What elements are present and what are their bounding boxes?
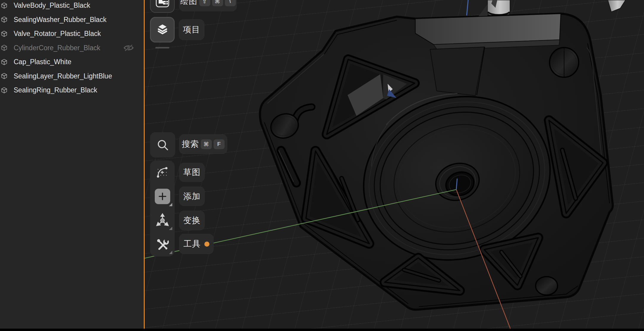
part-label: ValveBody_Plastic_Black	[14, 1, 90, 10]
part-item[interactable]: Valve_Rotator_Plastic_Black	[0, 27, 144, 41]
bottom-bar	[0, 329, 644, 331]
part-item[interactable]: ValveBody_Plastic_Black	[0, 0, 144, 13]
search-button[interactable]	[150, 132, 175, 157]
sketch-label-panel[interactable]: 草图	[179, 163, 205, 182]
world-axes	[145, 0, 644, 331]
draw-menu-panel[interactable]: 绘图 ⇧ ⌘ \	[179, 0, 237, 11]
transform-label-panel[interactable]: 变换	[179, 211, 205, 230]
transform-button[interactable]	[150, 209, 175, 233]
part-label: Cap_Plastic_White	[14, 58, 71, 66]
tools-label-panel[interactable]: 工具	[179, 234, 214, 254]
part-item[interactable]: SealingRing_Rubber_Black	[0, 83, 144, 97]
tools-label: 工具	[184, 238, 201, 250]
part-label: SealingWasher_Rubber_Black	[14, 16, 106, 24]
move-arrows-icon	[155, 213, 170, 228]
flyout-triangle	[169, 227, 172, 230]
flyout-triangle	[169, 203, 172, 206]
tools-button[interactable]	[150, 232, 175, 256]
drawing-canvas-icon	[155, 0, 170, 8]
spline-arc-icon	[155, 165, 170, 179]
project-label: 项目	[183, 24, 200, 35]
tool-stack	[150, 160, 175, 256]
parts-list: ValveBody_Plastic_Black SealingWasher_Ru…	[0, 0, 144, 97]
search-label: 搜索	[182, 138, 199, 150]
part-label: Valve_Rotator_Plastic_Black	[14, 30, 101, 38]
app-window: 绘图 ⇧ ⌘ \ 项目 搜索 ⌘ F	[0, 0, 644, 331]
part-label: CylinderCore_Rubber_Black	[14, 44, 100, 52]
search-label-panel[interactable]: 搜索 ⌘ F	[179, 134, 227, 154]
cube-icon	[1, 87, 7, 94]
wrench-screwdriver-icon	[155, 237, 170, 252]
part-item[interactable]: SealingLayer_Rubber_LightBlue	[0, 69, 144, 83]
add-label: 添加	[183, 191, 201, 202]
cube-icon	[1, 2, 7, 9]
part-label: SealingRing_Rubber_Black	[14, 86, 97, 94]
key-command-search: ⌘	[201, 139, 212, 149]
key-shift: ⇧	[199, 0, 210, 6]
tools-badge-dot	[204, 242, 209, 247]
cube-icon	[1, 45, 7, 51]
sketch-button[interactable]	[150, 160, 175, 185]
key-backslash: \	[225, 0, 236, 6]
search-icon	[156, 138, 170, 152]
project-label-panel[interactable]: 项目	[179, 19, 204, 40]
viewport-3d[interactable]: 绘图 ⇧ ⌘ \ 项目 搜索 ⌘ F	[145, 0, 644, 331]
part-item-hidden[interactable]: CylinderCore_Rubber_Black	[0, 41, 144, 55]
flyout-triangle	[169, 251, 172, 254]
part-label: SealingLayer_Rubber_LightBlue	[14, 72, 112, 80]
parts-sidebar: ValveBody_Plastic_Black SealingWasher_Ru…	[0, 0, 145, 331]
toolbar-divider	[155, 47, 169, 48]
add-label-panel[interactable]: 添加	[179, 187, 205, 206]
cube-icon	[1, 59, 7, 65]
cube-icon	[1, 73, 7, 79]
layers-stack-icon	[156, 23, 169, 37]
key-f: F	[214, 139, 225, 149]
plus-icon	[155, 189, 170, 204]
cube-icon	[1, 31, 7, 37]
part-item[interactable]: Cap_Plastic_White	[0, 55, 144, 69]
transform-label: 变换	[183, 215, 201, 226]
part-item[interactable]: SealingWasher_Rubber_Black	[0, 13, 144, 27]
eye-off-icon[interactable]	[123, 44, 134, 52]
key-command: ⌘	[212, 0, 223, 6]
cube-icon	[1, 16, 7, 23]
draw-menu-label: 绘图	[180, 0, 198, 7]
project-button[interactable]	[150, 17, 175, 42]
add-button[interactable]	[150, 185, 175, 209]
draw-tool-button[interactable]	[150, 0, 175, 13]
sketch-label: 草图	[183, 167, 201, 178]
